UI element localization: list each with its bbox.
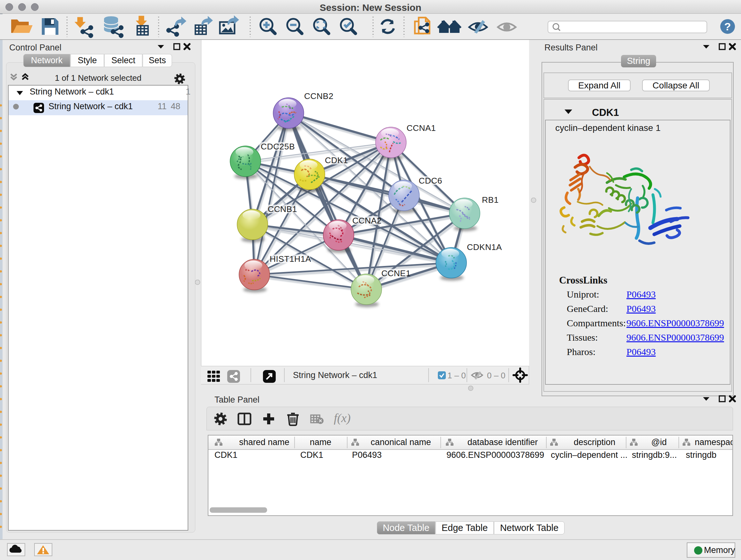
svg-text:RB1: RB1 xyxy=(482,195,499,205)
svg-text:CCNE1: CCNE1 xyxy=(381,268,411,278)
svg-text:CDC6: CDC6 xyxy=(419,176,442,186)
svg-text:CCNA2: CCNA2 xyxy=(352,216,382,226)
svg-text:CDK1: CDK1 xyxy=(325,155,348,165)
svg-text:CCNB1: CCNB1 xyxy=(268,204,297,214)
svg-text:HIST1H1A: HIST1H1A xyxy=(270,254,311,264)
svg-text:CCNA1: CCNA1 xyxy=(407,123,436,133)
svg-text:CDC25B: CDC25B xyxy=(261,142,295,151)
svg-text:CDKN1A: CDKN1A xyxy=(467,242,502,252)
svg-text:?: ? xyxy=(724,20,731,33)
svg-text:CCNB2: CCNB2 xyxy=(304,91,333,101)
